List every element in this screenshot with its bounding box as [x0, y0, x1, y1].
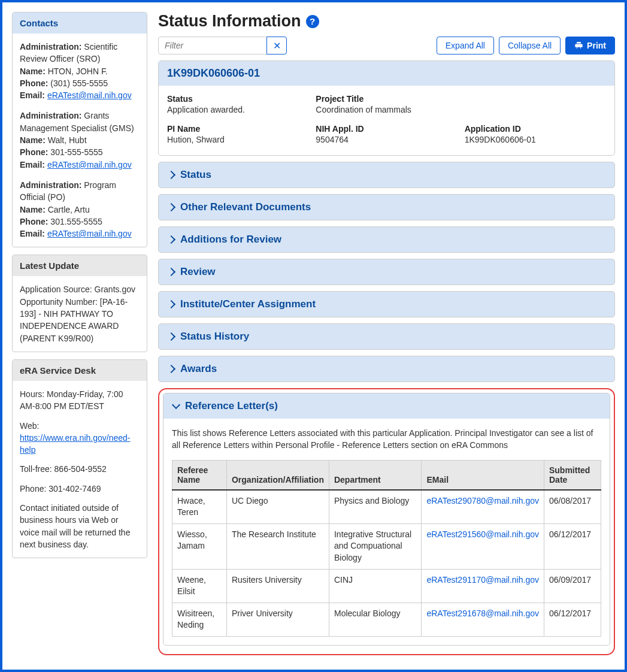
table-row: Wisitreen, Neding Priver University Mole… [172, 603, 601, 636]
filter-wrap: ✕ [158, 37, 287, 55]
contact-email-label: Email: [20, 229, 45, 238]
expand-all-button[interactable]: Expand All [437, 37, 494, 55]
contact-email-label: Email: [20, 90, 45, 100]
cell-referee-name: Wisitreen, Neding [172, 603, 227, 636]
referee-email-link[interactable]: eRATest291170@mail.nih.gov [426, 575, 539, 585]
contact-admin-label: Administration: [20, 42, 81, 52]
service-desk-phone: Phone: 301-402-7469 [20, 483, 140, 495]
contact-email-link[interactable]: eRATest@mail.nih.gov [47, 229, 132, 238]
cell-submitted-date: 06/12/2017 [544, 523, 601, 569]
cell-department: Molecular Biology [329, 603, 422, 636]
accordion-label: Institute/Center Assignment [180, 298, 316, 310]
col-submitted-date: Submitted Date [544, 460, 601, 490]
contact-email-link[interactable]: eRATest@mail.nih.gov [47, 90, 132, 100]
contact-name-label: Name: [20, 66, 46, 76]
service-desk-note: Contact initiated outside of business ho… [20, 502, 140, 550]
contact-phone-value: 301.555-5555 [50, 217, 102, 226]
contact-name-value: Walt, Hubt [48, 135, 87, 145]
referee-email-link[interactable]: eRATest291560@mail.nih.gov [426, 529, 539, 539]
latest-update-header: Latest Update [13, 255, 147, 276]
contact-block: Administration: Scientific Review Office… [20, 41, 140, 101]
reference-letters-table: Referee Name Organization/Affiliation De… [172, 460, 601, 637]
referee-email-link[interactable]: eRATest290780@mail.nih.gov [426, 496, 539, 505]
application-info-grid: Status Application awarded. Project Titl… [159, 86, 614, 155]
service-desk-web-link[interactable]: https://www.era.nih.gov/need-help [20, 433, 130, 455]
contacts-panel: Contacts Administration: Scientific Revi… [12, 12, 147, 247]
accordion-other-docs[interactable]: Other Relevant Documents [158, 194, 615, 220]
contact-name-label: Name: [20, 205, 46, 214]
chevron-right-icon [167, 332, 175, 341]
cell-organization: UC Diego [226, 490, 329, 524]
accordion-additions-review[interactable]: Additions for Review [158, 226, 615, 253]
contact-phone-label: Phone: [20, 217, 48, 226]
accordion-label: Other Relevant Documents [180, 201, 311, 213]
nih-appl-id-label: NIH Appl. ID [316, 124, 457, 134]
service-desk-web-label: Web: [20, 421, 39, 431]
accordion-review[interactable]: Review [158, 259, 615, 285]
contact-block: Administration: Grants Management Specia… [20, 110, 140, 170]
accordion-ic-assignment[interactable]: Institute/Center Assignment [158, 291, 615, 317]
accordion-reference-letters[interactable]: Reference Letter(s) [163, 393, 610, 419]
project-title-label: Project Title [316, 94, 606, 104]
latest-update-text: Application Source: Grants.gov Opportuni… [20, 283, 140, 344]
main-content: Status Information ? ✕ Expand All Collap… [158, 12, 615, 660]
print-button[interactable]: Print [565, 37, 615, 55]
nih-appl-id-value: 9504764 [316, 135, 457, 144]
reference-letters-highlight: Reference Letter(s) This list shows Refe… [158, 388, 615, 655]
contact-admin-label: Administration: [20, 111, 81, 120]
project-title-value: Coordination of mammals [316, 105, 606, 114]
collapse-all-button[interactable]: Collapse All [499, 37, 561, 55]
contact-admin-label: Administration: [20, 180, 81, 190]
accordion-awards[interactable]: Awards [158, 356, 615, 382]
contact-email-link[interactable]: eRATest@mail.nih.gov [47, 160, 132, 169]
contact-name-label: Name: [20, 135, 46, 145]
cell-submitted-date: 06/09/2017 [544, 569, 601, 603]
latest-update-panel: Latest Update Application Source: Grants… [12, 255, 147, 352]
filter-input[interactable] [158, 37, 267, 55]
chevron-right-icon [167, 235, 175, 244]
chevron-right-icon [167, 203, 175, 211]
table-row: Weene, Eilsit Rusiters University CINJ e… [172, 569, 601, 603]
accordion-label: Review [180, 266, 216, 278]
table-row: Wiesso, Jamam The Research Institute Int… [172, 523, 601, 569]
contact-name-value: HTON, JOHN F. [48, 66, 108, 76]
contacts-body: Administration: Scientific Review Office… [13, 34, 147, 247]
table-row: Hwace, Teren UC Diego Physics and Biolog… [172, 490, 601, 524]
referee-email-link[interactable]: eRATest291678@mail.nih.gov [426, 609, 539, 618]
pi-name-label: PI Name [167, 124, 308, 134]
application-card: 1K99DK060606-01 Status Application award… [158, 60, 615, 156]
service-desk-hours: Hours: Monday-Friday, 7:00 AM-8:00 PM ED… [20, 388, 140, 413]
accordion-label: Reference Letter(s) [185, 400, 278, 412]
sidebar: Contacts Administration: Scientific Revi… [12, 12, 147, 660]
accordion-status-history[interactable]: Status History [158, 323, 615, 350]
accordion-status[interactable]: Status [158, 162, 615, 188]
contact-phone-value: 301-555-5555 [50, 147, 102, 157]
contact-name-value: Cartle, Artu [48, 205, 90, 214]
chevron-right-icon [167, 365, 175, 373]
latest-update-body: Application Source: Grants.gov Opportuni… [13, 276, 147, 351]
table-header-row: Referee Name Organization/Affiliation De… [172, 460, 601, 490]
application-id-header: 1K99DK060606-01 [159, 61, 614, 86]
cell-department: Integrative Structural and Compuational … [329, 523, 422, 569]
service-desk-tollfree: Toll-free: 866-504-9552 [20, 463, 140, 475]
print-icon [574, 41, 583, 50]
page-title-text: Status Information [158, 12, 301, 31]
col-organization: Organization/Affiliation [226, 460, 329, 490]
accordion-label: Status [180, 169, 211, 181]
chevron-right-icon [167, 171, 175, 179]
accordion-label: Additions for Review [180, 234, 281, 246]
contacts-header: Contacts [13, 13, 147, 34]
contact-block: Administration: Program Official (PO) Na… [20, 179, 140, 240]
reference-letters-body: This list shows Reference Letters associ… [163, 419, 610, 645]
page-title: Status Information ? [158, 12, 615, 31]
cell-submitted-date: 06/08/2017 [544, 490, 601, 524]
application-id-label: Application ID [465, 124, 606, 134]
col-email: EMail [422, 460, 544, 490]
status-label: Status [167, 94, 308, 104]
accordion-label: Status History [180, 331, 249, 343]
help-icon[interactable]: ? [306, 15, 319, 28]
service-desk-panel: eRA Service Desk Hours: Monday-Friday, 7… [12, 359, 147, 558]
close-icon: ✕ [273, 41, 281, 51]
filter-clear-button[interactable]: ✕ [266, 37, 287, 55]
contact-email-label: Email: [20, 160, 45, 169]
